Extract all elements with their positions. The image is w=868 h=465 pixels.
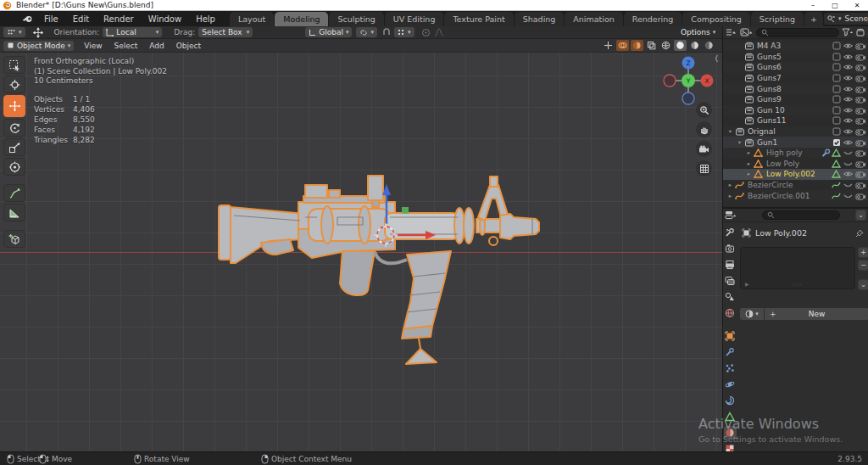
eye-open-icon[interactable] xyxy=(841,116,854,125)
menu-file[interactable]: File xyxy=(38,13,64,25)
outliner-row[interactable]: Guns9 xyxy=(723,94,868,105)
outliner-row[interactable]: ▾Orignal xyxy=(723,126,868,137)
select-box-tool-button[interactable] xyxy=(3,56,25,74)
material-slots-list[interactable]: ▶ :::: xyxy=(740,247,855,289)
camera-icon[interactable] xyxy=(854,181,866,189)
blender-menu-icon[interactable] xyxy=(22,14,33,24)
viewport-3d[interactable]: Front Orthographic (Local) (1) Scene Col… xyxy=(0,53,722,451)
filter-icon[interactable] xyxy=(842,28,854,36)
orientation-dropdown[interactable]: Local ▾ xyxy=(103,27,162,37)
properties-tab-world[interactable] xyxy=(724,306,737,319)
properties-tab-material[interactable] xyxy=(724,426,737,439)
menu-edit[interactable]: Edit xyxy=(67,13,95,25)
eye-closed-icon[interactable] xyxy=(841,192,854,200)
properties-tab-tool[interactable] xyxy=(724,226,737,238)
camera-icon[interactable] xyxy=(854,148,866,157)
toggle-closed-icon[interactable]: ▸ xyxy=(726,182,734,188)
toggle-open-icon[interactable]: ▾ xyxy=(736,139,743,146)
outliner-row[interactable]: ▾Gun1 xyxy=(723,137,868,148)
eye-open-icon[interactable] xyxy=(841,106,854,115)
snap-target-dropdown[interactable]: ▾ xyxy=(356,27,377,37)
active-tool-dropdown[interactable]: ▾ xyxy=(3,27,25,37)
eye-open-icon[interactable] xyxy=(841,85,854,93)
scale-tool-button[interactable] xyxy=(3,138,25,156)
toggle-xray-icon[interactable] xyxy=(645,40,658,51)
camera-icon[interactable] xyxy=(854,85,866,93)
new-collection-icon[interactable] xyxy=(856,28,865,36)
slot-expand-icon[interactable]: ▶ xyxy=(745,281,749,287)
checkbox-unchecked-icon[interactable] xyxy=(832,116,841,125)
proportional-edit-icon[interactable] xyxy=(421,28,431,37)
add-slot-button[interactable]: + xyxy=(858,247,868,258)
camera-icon[interactable] xyxy=(854,160,866,168)
tab-uv-editing[interactable]: UV Editing xyxy=(385,12,444,26)
close-button[interactable]: ✕ xyxy=(846,0,868,11)
eye-open-icon[interactable] xyxy=(841,138,854,147)
xray-alt-icon[interactable] xyxy=(631,40,643,51)
checkbox-unchecked-icon[interactable] xyxy=(832,127,841,136)
properties-tab-output[interactable] xyxy=(724,258,737,271)
camera-icon[interactable] xyxy=(854,95,866,104)
menu-window[interactable]: Window xyxy=(142,13,187,25)
annotate-tool-button[interactable] xyxy=(3,184,25,202)
mode-dropdown[interactable]: Object Mode ▾ xyxy=(3,41,74,51)
properties-tab-view-layer[interactable] xyxy=(724,274,737,287)
drag-dropdown[interactable]: Select Box ▾ xyxy=(198,27,253,37)
eye-open-icon[interactable] xyxy=(841,53,854,61)
outliner-row[interactable]: Guns6 xyxy=(723,62,868,73)
scene-selector[interactable]: ▾ Scene ⧉ ✕ xyxy=(824,13,868,25)
properties-tab-scene[interactable] xyxy=(724,290,737,303)
camera-icon[interactable] xyxy=(854,63,866,71)
checkbox-unchecked-icon[interactable] xyxy=(832,85,841,93)
shading-wireframe-icon[interactable] xyxy=(659,40,672,51)
properties-tab-constraints[interactable] xyxy=(724,394,737,406)
viewport-menu-view[interactable]: View xyxy=(79,41,107,51)
tab-modeling[interactable]: Modeling xyxy=(275,12,328,26)
properties-tab-object[interactable] xyxy=(724,329,737,342)
outliner-search-input[interactable] xyxy=(756,28,839,37)
checkbox-unchecked-icon[interactable] xyxy=(832,53,841,61)
shading-rendered-icon[interactable] xyxy=(703,40,715,51)
eye-open-icon[interactable] xyxy=(841,127,854,136)
toggle-open-icon[interactable]: ▾ xyxy=(726,128,734,135)
eye-closed-icon[interactable] xyxy=(841,160,854,168)
resize-grip-icon[interactable]: :::: xyxy=(793,281,803,287)
checkbox-checked-icon[interactable] xyxy=(832,138,841,147)
outliner-row[interactable]: Guns7 xyxy=(723,73,868,84)
snap-magnet-icon[interactable] xyxy=(382,28,391,36)
camera-icon[interactable] xyxy=(854,42,866,50)
camera-icon[interactable] xyxy=(854,192,866,200)
outliner-row[interactable]: Gun 10 xyxy=(723,105,868,116)
new-material-button[interactable]: + New xyxy=(765,308,868,320)
menu-help[interactable]: Help xyxy=(190,13,221,25)
camera-icon[interactable] xyxy=(854,74,866,82)
outliner-row[interactable]: ▸BezierCircle.001 xyxy=(723,190,868,201)
navigation-gizmo[interactable]: Z X Y xyxy=(661,53,715,107)
properties-tab-physics[interactable] xyxy=(724,378,737,390)
properties-options-button[interactable]: ⌄ xyxy=(855,210,866,221)
ortho-grid-button[interactable] xyxy=(696,160,712,176)
tab-+[interactable]: + xyxy=(804,12,823,26)
rotate-tool-button[interactable] xyxy=(3,119,25,137)
toggle-closed-icon[interactable]: ▸ xyxy=(745,171,753,177)
camera-icon[interactable] xyxy=(854,138,866,147)
properties-editor-icon[interactable] xyxy=(725,210,737,220)
options-dropdown[interactable]: Options ▾ xyxy=(677,27,719,37)
outliner-row[interactable]: Guns5 xyxy=(723,52,868,63)
toggle-closed-icon[interactable]: ▸ xyxy=(745,160,753,167)
sidebar-toggle-icon[interactable]: ❬ xyxy=(714,54,720,62)
eye-open-icon[interactable] xyxy=(841,63,854,71)
cursor-tool-button[interactable] xyxy=(3,76,25,93)
checkbox-unchecked-icon[interactable] xyxy=(832,63,841,71)
checkbox-unchecked-icon[interactable] xyxy=(832,74,841,82)
eye-open-icon[interactable] xyxy=(841,74,854,82)
shading-solid-icon[interactable] xyxy=(674,40,687,51)
camera-view-button[interactable] xyxy=(696,141,712,157)
outliner-row[interactable]: ▸High poly xyxy=(723,148,868,159)
pan-button[interactable] xyxy=(696,121,712,137)
outliner-row[interactable]: M4 A3 xyxy=(723,41,868,52)
eye-open-icon[interactable] xyxy=(841,170,854,178)
transform-pivot-dropdown[interactable]: Global ▾ xyxy=(305,27,352,37)
outliner-row[interactable]: ▸Low Poly.002 xyxy=(723,169,868,180)
maximize-button[interactable]: □ xyxy=(824,0,846,11)
